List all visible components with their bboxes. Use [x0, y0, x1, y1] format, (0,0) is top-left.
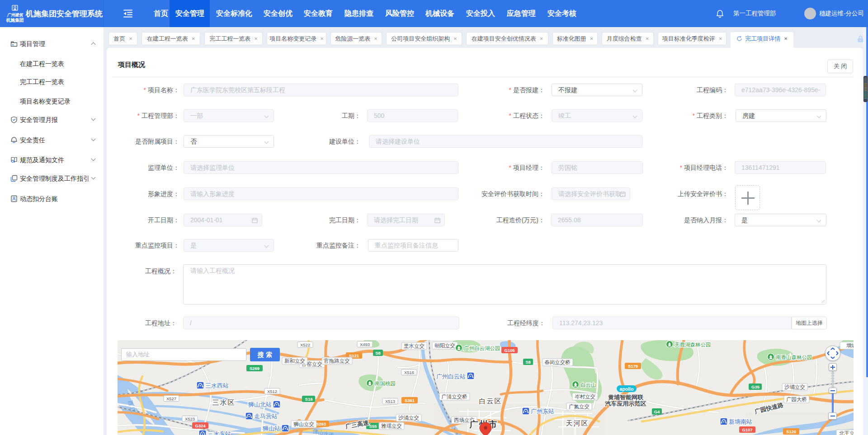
svg-text:汽车应用示范区: 汽车应用示范区 — [605, 400, 646, 407]
svg-text:G324: G324 — [195, 423, 206, 428]
svg-text:三水西站: 三水西站 — [205, 382, 229, 389]
svg-text:黄埔智能网联: 黄埔智能网联 — [608, 394, 644, 401]
svg-text:雅瑶立交: 雅瑶立交 — [381, 423, 402, 429]
svg-text:白云区: 白云区 — [479, 397, 502, 405]
svg-text:新和立交: 新和立交 — [284, 358, 305, 364]
svg-text:沙埔立交: 沙埔立交 — [784, 384, 805, 390]
svg-text:S16: S16 — [305, 397, 313, 402]
svg-text:X523: X523 — [185, 416, 195, 421]
svg-text:白云山: 白云山 — [580, 382, 596, 388]
svg-text:春岗立交桥: 春岗立交桥 — [544, 360, 571, 365]
svg-text:广州东站: 广州东站 — [531, 408, 554, 415]
svg-text:广清立交桥: 广清立交桥 — [441, 394, 467, 399]
svg-text:沙涌立交: 沙涌立交 — [398, 415, 419, 421]
svg-text:天鹿湖森林公园: 天鹿湖森林公园 — [675, 342, 711, 347]
svg-text:X527: X527 — [166, 396, 176, 401]
svg-text:S55: S55 — [369, 424, 377, 429]
svg-text:广州白云湖公园: 广州白云湖公园 — [464, 346, 500, 351]
svg-text:三水东站: 三水东站 — [208, 430, 231, 435]
svg-text:北王立交: 北王立交 — [839, 430, 854, 435]
svg-text:X513: X513 — [385, 399, 395, 404]
svg-text:S8: S8 — [525, 360, 531, 365]
svg-text:S361: S361 — [405, 398, 415, 403]
svg-text:S120: S120 — [786, 429, 796, 434]
svg-text:机施集团: 机施集团 — [6, 18, 24, 23]
svg-text:广氮立交: 广氮立交 — [569, 404, 590, 409]
svg-text:广园大桥: 广园大桥 — [786, 397, 807, 402]
svg-text:南国桃园: 南国桃园 — [375, 381, 396, 386]
svg-text:S269: S269 — [250, 366, 259, 371]
svg-text:S263: S263 — [316, 421, 326, 426]
svg-text:里水立交: 里水立交 — [404, 343, 425, 349]
svg-text:狮山立交: 狮山立交 — [293, 421, 314, 427]
svg-text:X522: X522 — [300, 342, 310, 347]
svg-text:广州建筑: 广州建筑 — [6, 13, 24, 17]
svg-text:南香山森林公园: 南香山森林公园 — [776, 355, 812, 360]
svg-text:三水区: 三水区 — [212, 398, 236, 406]
svg-text:广州白云站: 广州白云站 — [436, 373, 466, 380]
svg-text:走马营站: 走马营站 — [254, 413, 278, 420]
svg-text:G107: G107 — [742, 427, 752, 432]
svg-text:官拖路立交: 官拖路立交 — [324, 358, 350, 364]
svg-text:X516: X516 — [404, 370, 414, 375]
svg-text:G4: G4 — [654, 409, 660, 414]
svg-text:S8: S8 — [375, 351, 381, 355]
svg-text:狮山站: 狮山站 — [262, 425, 280, 432]
svg-text:岑村立交: 岑村立交 — [575, 394, 595, 399]
svg-text:天河区: 天河区 — [566, 419, 589, 427]
svg-text:增城: 增城 — [846, 343, 854, 348]
svg-text:朝阳立交: 朝阳立交 — [434, 343, 455, 348]
svg-text:G105: G105 — [504, 348, 515, 353]
svg-text:G35: G35 — [751, 384, 760, 389]
svg-text:apollo: apollo — [620, 386, 634, 392]
svg-text:X493: X493 — [360, 342, 370, 347]
svg-text:新塘南站: 新塘南站 — [729, 418, 752, 425]
svg-text:S179: S179 — [628, 364, 638, 369]
svg-text:狮山北站: 狮山北站 — [248, 401, 272, 408]
svg-text:X512: X512 — [267, 389, 277, 394]
